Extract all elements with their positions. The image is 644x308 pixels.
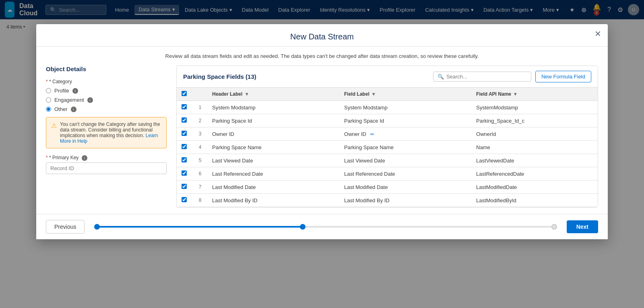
row-num: 1 [193,101,207,114]
row-checkbox-cell[interactable] [177,194,193,207]
select-all-col [177,88,193,101]
table-row: 7 Last Modified Date Last Modified Date … [177,181,598,194]
warning-box: ⚠ You can't change the Category after sa… [46,117,167,148]
row-checkbox[interactable] [182,184,187,189]
header-label-col[interactable]: Header Label ▾ [207,88,339,101]
row-field-label: System Modstamp [339,101,471,114]
radio-engagement[interactable]: Engagement i [46,97,167,103]
row-field-label: Last Referenced Date [339,167,471,181]
edit-icon[interactable]: ✏ [370,131,374,137]
row-api-name: SystemModstamp [471,101,598,114]
row-checkbox[interactable] [182,144,187,149]
row-api-name: LastViewedDate [471,154,598,167]
api-name-sort-icon: ▾ [514,91,516,97]
object-details-panel: Object Details * * Category Profile i [46,66,167,207]
category-label: * * Category [46,79,167,84]
modal-body: Review all data stream fields and edit a… [36,47,608,214]
radio-engagement-label: Engagement [54,97,84,103]
row-checkbox[interactable] [182,197,187,202]
warning-icon: ⚠ [51,122,57,129]
primary-key-info-icon[interactable]: i [82,155,87,161]
row-checkbox-cell[interactable] [177,181,193,194]
row-field-label: Parking Space Name [339,141,471,154]
fields-header-right: 🔍 New Formula Field [433,71,591,82]
progress-dot-1 [94,224,100,230]
radio-other[interactable]: Other i [46,106,167,112]
field-label-col[interactable]: Field Label ▾ [339,88,471,101]
fields-table: Header Label ▾ Field Label ▾ Field API N… [177,88,598,207]
row-header-label: System Modstamp [207,101,339,114]
other-info-icon[interactable]: i [71,107,76,112]
radio-engagement-input[interactable] [46,97,51,103]
previous-button[interactable]: Previous [46,220,85,234]
row-num: 8 [193,194,207,207]
modal-content: Object Details * * Category Profile i [46,66,598,207]
table-row: 6 Last Referenced Date Last Referenced D… [177,167,598,181]
modal-description: Review all data stream fields and edit a… [46,53,598,59]
primary-key-label: * * Primary Key i [46,155,167,161]
engagement-info-icon[interactable]: i [87,97,93,103]
row-api-name: LastModifiedById [471,194,598,207]
row-api-name: OwnerId [471,127,598,141]
row-checkbox-cell[interactable] [177,101,193,114]
table-row: 2 Parking Space Id Parking Space Id Park… [177,114,598,127]
search-icon: 🔍 [438,74,444,80]
table-row: 4 Parking Space Name Parking Space Name … [177,141,598,154]
num-col-header [193,88,207,101]
row-header-label: Last Referenced Date [207,167,339,181]
row-checkbox-cell[interactable] [177,154,193,167]
warning-text: You can't change the Category after savi… [60,121,161,144]
row-checkbox-cell[interactable] [177,114,193,127]
row-checkbox-cell[interactable] [177,141,193,154]
row-num: 6 [193,167,207,181]
next-button[interactable]: Next [567,220,598,233]
row-checkbox[interactable] [182,117,187,123]
progress-track [94,226,557,228]
radio-other-input[interactable] [46,107,51,112]
header-label-sort-icon: ▾ [246,91,248,97]
radio-profile-input[interactable] [46,88,51,93]
modal-header: New Data Stream ✕ [36,24,608,47]
row-num: 7 [193,181,207,194]
primary-key-input[interactable] [46,162,167,174]
row-checkbox[interactable] [182,170,187,176]
radio-profile[interactable]: Profile i [46,88,167,94]
api-name-col[interactable]: Field API Name ▾ [471,88,598,101]
row-num: 3 [193,127,207,141]
fields-panel: Parking Space Fields (13) 🔍 New Formula … [176,66,598,207]
fields-title: Parking Space Fields (13) [183,73,256,80]
row-checkbox-cell[interactable] [177,167,193,181]
table-row: 3 Owner ID Owner ID ✏ OwnerId [177,127,598,141]
radio-profile-label: Profile [54,88,69,94]
row-header-label: Last Modified Date [207,181,339,194]
fields-search[interactable]: 🔍 [433,72,531,82]
row-field-label: Last Modified By ID [339,194,471,207]
profile-info-icon[interactable]: i [72,88,78,94]
table-row: 8 Last Modified By ID Last Modified By I… [177,194,598,207]
fields-header: Parking Space Fields (13) 🔍 New Formula … [177,66,598,88]
row-checkbox[interactable] [182,157,187,162]
close-button[interactable]: ✕ [594,30,601,38]
fields-search-input[interactable] [446,74,527,80]
row-header-label: Parking Space Id [207,114,339,127]
radio-other-label: Other [54,106,68,112]
row-checkbox[interactable] [182,104,187,109]
table-row: 1 System Modstamp System Modstamp System… [177,101,598,114]
progress-fill [94,226,302,228]
row-api-name: Name [471,141,598,154]
object-details-title: Object Details [46,66,167,72]
row-field-label: Last Viewed Date [339,154,471,167]
select-all-checkbox[interactable] [182,91,187,96]
row-api-name: Parking_Space_Id_c [471,114,598,127]
row-num: 5 [193,154,207,167]
primary-key-group: * * Primary Key i [46,155,167,174]
row-field-label: Owner ID ✏ [339,127,471,141]
row-header-label: Last Viewed Date [207,154,339,167]
row-header-label: Owner ID [207,127,339,141]
row-checkbox[interactable] [182,131,187,136]
row-checkbox-cell[interactable] [177,127,193,141]
new-formula-button[interactable]: New Formula Field [535,71,591,82]
modal-footer: Previous Next [36,214,608,239]
progress-bar [94,226,557,228]
row-num: 2 [193,114,207,127]
